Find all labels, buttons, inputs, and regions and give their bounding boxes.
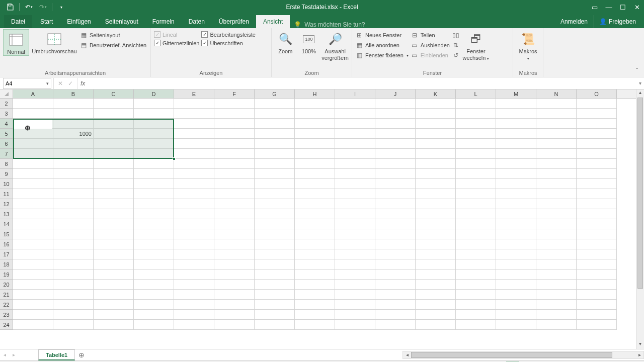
- cell-E19[interactable]: [174, 269, 214, 280]
- cell-L4[interactable]: [456, 119, 496, 129]
- sheet-nav-prev[interactable]: ◂: [0, 352, 9, 357]
- row-header-20[interactable]: 20: [0, 280, 13, 290]
- cell-N23[interactable]: [536, 310, 577, 320]
- scroll-down-button[interactable]: ▾: [636, 341, 644, 349]
- cell-O12[interactable]: [577, 199, 617, 209]
- cell-G12[interactable]: [255, 199, 295, 209]
- row-header-14[interactable]: 14: [0, 219, 13, 229]
- cell-D16[interactable]: [134, 239, 174, 249]
- cell-F15[interactable]: [214, 229, 255, 239]
- cell-E4[interactable]: [174, 119, 214, 129]
- cell-F21[interactable]: [214, 290, 255, 300]
- col-header-I[interactable]: I: [335, 89, 375, 98]
- page-break-preview-button[interactable]: Umbruchvorschau: [31, 29, 77, 55]
- col-header-E[interactable]: E: [174, 89, 214, 98]
- col-header-C[interactable]: C: [94, 89, 134, 98]
- cell-G5[interactable]: [255, 129, 295, 139]
- cell-H5[interactable]: [295, 129, 335, 139]
- cell-A9[interactable]: [13, 169, 53, 179]
- cell-G14[interactable]: [255, 219, 295, 229]
- cell-I5[interactable]: [335, 129, 375, 139]
- cell-I9[interactable]: [335, 169, 375, 179]
- cell-H6[interactable]: [295, 139, 335, 149]
- cell-C4[interactable]: [94, 119, 134, 129]
- cell-B8[interactable]: [53, 159, 94, 169]
- cell-N20[interactable]: [536, 280, 577, 290]
- cell-H23[interactable]: [295, 310, 335, 320]
- name-box[interactable]: A4 ▾: [3, 78, 51, 89]
- cell-I15[interactable]: [335, 229, 375, 239]
- cell-I13[interactable]: [335, 209, 375, 219]
- cell-C6[interactable]: [94, 139, 134, 149]
- tab-seitenlayout[interactable]: Seitenlayout: [98, 15, 145, 28]
- cell-A7[interactable]: [13, 149, 53, 159]
- cell-O8[interactable]: [577, 159, 617, 169]
- cell-B17[interactable]: [53, 249, 94, 259]
- cell-I21[interactable]: [335, 290, 375, 300]
- cell-J21[interactable]: [375, 290, 416, 300]
- cell-H8[interactable]: [295, 159, 335, 169]
- cell-B18[interactable]: [53, 259, 94, 269]
- cell-L11[interactable]: [456, 189, 496, 199]
- cell-M18[interactable]: [496, 259, 536, 269]
- cell-J20[interactable]: [375, 280, 416, 290]
- col-header-A[interactable]: A: [13, 89, 53, 98]
- cell-M5[interactable]: [496, 129, 536, 139]
- cell-C5[interactable]: [94, 129, 134, 139]
- cell-O13[interactable]: [577, 209, 617, 219]
- cell-K6[interactable]: [416, 139, 456, 149]
- cell-C2[interactable]: [94, 99, 134, 109]
- cell-N11[interactable]: [536, 189, 577, 199]
- sheet-nav-next[interactable]: ▸: [9, 352, 18, 357]
- cell-K9[interactable]: [416, 169, 456, 179]
- cell-I16[interactable]: [335, 239, 375, 249]
- cell-B11[interactable]: [53, 189, 94, 199]
- cell-A6[interactable]: [13, 139, 53, 149]
- cell-E18[interactable]: [174, 259, 214, 269]
- col-header-L[interactable]: L: [456, 89, 496, 98]
- cell-G2[interactable]: [255, 99, 295, 109]
- cell-L3[interactable]: [456, 109, 496, 119]
- cell-E22[interactable]: [174, 300, 214, 310]
- cell-M19[interactable]: [496, 269, 536, 280]
- cell-M3[interactable]: [496, 109, 536, 119]
- cell-B15[interactable]: [53, 229, 94, 239]
- cell-M14[interactable]: [496, 219, 536, 229]
- cell-A11[interactable]: [13, 189, 53, 199]
- cell-J9[interactable]: [375, 169, 416, 179]
- cell-G6[interactable]: [255, 139, 295, 149]
- cell-B10[interactable]: [53, 179, 94, 189]
- cell-A12[interactable]: [13, 199, 53, 209]
- scroll-left-button[interactable]: ◂: [403, 352, 411, 357]
- cell-E24[interactable]: [174, 320, 214, 330]
- cell-C3[interactable]: [94, 109, 134, 119]
- cell-G18[interactable]: [255, 259, 295, 269]
- col-header-G[interactable]: G: [255, 89, 295, 98]
- cell-B24[interactable]: [53, 320, 94, 330]
- cell-D15[interactable]: [134, 229, 174, 239]
- cell-E9[interactable]: [174, 169, 214, 179]
- cell-B9[interactable]: [53, 169, 94, 179]
- row-header-24[interactable]: 24: [0, 320, 13, 330]
- cell-A17[interactable]: [13, 249, 53, 259]
- row-header-15[interactable]: 15: [0, 229, 13, 239]
- cell-O2[interactable]: [577, 99, 617, 109]
- cell-H15[interactable]: [295, 229, 335, 239]
- cell-L20[interactable]: [456, 280, 496, 290]
- cell-K12[interactable]: [416, 199, 456, 209]
- cell-N14[interactable]: [536, 219, 577, 229]
- cell-F14[interactable]: [214, 219, 255, 229]
- cell-K2[interactable]: [416, 99, 456, 109]
- cell-I22[interactable]: [335, 300, 375, 310]
- cell-I7[interactable]: [335, 149, 375, 159]
- cell-M2[interactable]: [496, 99, 536, 109]
- cell-F4[interactable]: [214, 119, 255, 129]
- cell-H20[interactable]: [295, 280, 335, 290]
- cell-M9[interactable]: [496, 169, 536, 179]
- cell-N24[interactable]: [536, 320, 577, 330]
- cell-L15[interactable]: [456, 229, 496, 239]
- cell-E14[interactable]: [174, 219, 214, 229]
- cell-N4[interactable]: [536, 119, 577, 129]
- cell-I24[interactable]: [335, 320, 375, 330]
- cell-L13[interactable]: [456, 209, 496, 219]
